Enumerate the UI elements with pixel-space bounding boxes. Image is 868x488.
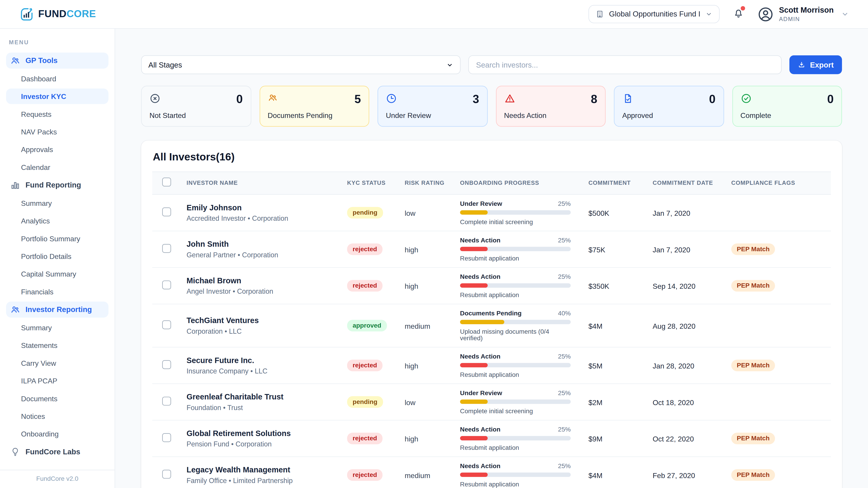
- commitment-amount: $9M: [588, 435, 602, 443]
- row-checkbox[interactable]: [162, 320, 171, 329]
- sidebar-item-analytics[interactable]: Analytics: [6, 213, 108, 229]
- progress-percent: 25%: [558, 426, 570, 433]
- sidebar-item-notices[interactable]: Notices: [6, 408, 108, 424]
- commitment-date: Aug 28, 2020: [653, 322, 695, 330]
- summary-card-top: 0: [149, 93, 243, 104]
- commitment-amount: $500K: [588, 209, 609, 217]
- search-input[interactable]: [468, 55, 782, 74]
- sidebar-item-dashboard[interactable]: Dashboard: [6, 71, 108, 86]
- commitment-cell: $5M: [583, 347, 647, 384]
- commitment-amount: $2M: [588, 398, 602, 406]
- sidebar-item-ilpa-pcap[interactable]: ILPA PCAP: [6, 373, 108, 389]
- progress-note: Resubmit application: [460, 292, 571, 298]
- summary-card-approved[interactable]: 0Approved: [614, 86, 724, 127]
- commitment-date: Feb 27, 2020: [653, 471, 695, 480]
- app-window: FUNDCORE Global Opportunities Fund I: [0, 0, 868, 488]
- progress-header: Needs Action25%: [460, 273, 571, 280]
- kyc-status-badge: approved: [347, 320, 387, 332]
- sidebar-item-summary[interactable]: Summary: [6, 195, 108, 211]
- fund-selector[interactable]: Global Opportunities Fund I: [589, 5, 720, 23]
- top-bar-actions: Global Opportunities Fund I: [589, 5, 849, 23]
- row-checkbox[interactable]: [162, 396, 171, 405]
- table-row-john-smith[interactable]: John SmithGeneral Partner • Corporationr…: [152, 231, 831, 267]
- table-row-techgiant-ventures[interactable]: TechGiant VenturesCorporation • LLCappro…: [152, 304, 831, 347]
- stage-filter-select[interactable]: All Stages: [141, 55, 460, 74]
- compliance-flags-cell: PEP Match: [726, 267, 831, 304]
- sidebar-item-portfolio-summary[interactable]: Portfolio Summary: [6, 231, 108, 246]
- table-row-emily-johnson[interactable]: Emily JohnsonAccredited Investor • Corpo…: [152, 195, 831, 231]
- sidebar-section-fundcore-labs[interactable]: FundCore Labs: [6, 444, 108, 460]
- summary-card-label: Documents Pending: [268, 111, 361, 120]
- row-checkbox[interactable]: [162, 244, 171, 253]
- sidebar-item-requests[interactable]: Requests: [6, 106, 108, 122]
- investor-type: Foundation • Trust: [186, 404, 336, 412]
- investor-name: Greenleaf Charitable Trust: [186, 392, 336, 401]
- sidebar-item-carry-view[interactable]: Carry View: [6, 355, 108, 371]
- sidebar-item-onboarding[interactable]: Onboarding: [6, 426, 108, 442]
- sidebar-section-fund-reporting[interactable]: Fund Reporting: [6, 177, 108, 193]
- sidebar-item-documents[interactable]: Documents: [6, 391, 108, 406]
- select-all-checkbox[interactable]: [162, 177, 171, 186]
- summary-card-label: Not Started: [149, 111, 243, 120]
- user-menu[interactable]: Scott Morrison ADMIN: [757, 6, 849, 23]
- risk-rating-cell: low: [399, 384, 455, 420]
- notifications-button[interactable]: [733, 7, 744, 21]
- commitment-cell: $500K: [583, 195, 647, 231]
- table-row-greenleaf-charitable-trust[interactable]: Greenleaf Charitable TrustFoundation • T…: [152, 384, 831, 420]
- investor-type: Corporation • LLC: [186, 328, 336, 335]
- sidebar-item-statements[interactable]: Statements: [6, 337, 108, 353]
- summary-card-documents-pending[interactable]: 5Documents Pending: [259, 86, 369, 127]
- main-content: All Stages Export 0Not Started5Documents…: [115, 29, 868, 488]
- sidebar-item-summary[interactable]: Summary: [6, 320, 108, 335]
- sidebar-section-gp-tools[interactable]: GP Tools: [6, 53, 108, 69]
- row-checkbox[interactable]: [162, 207, 171, 216]
- kyc-status-badge: pending: [347, 207, 383, 219]
- kyc-status-cell: rejected: [342, 347, 399, 384]
- table-row-secure-future-inc[interactable]: Secure Future Inc.Insurance Company • LL…: [152, 347, 831, 384]
- user-avatar-icon: [757, 6, 774, 22]
- kyc-status-badge: rejected: [347, 432, 383, 445]
- row-checkbox[interactable]: [162, 360, 171, 369]
- risk-rating: medium: [405, 471, 430, 480]
- row-checkbox[interactable]: [162, 433, 171, 442]
- risk-rating-cell: low: [399, 195, 455, 231]
- risk-rating-cell: high: [399, 347, 455, 384]
- compliance-flags-cell: PEP Match: [726, 347, 831, 384]
- summary-card-under-review[interactable]: 3Under Review: [377, 86, 487, 127]
- risk-rating: high: [405, 246, 418, 254]
- column-header-investor-name: INVESTOR NAME: [181, 172, 342, 194]
- top-bar: FUNDCORE Global Opportunities Fund I: [0, 0, 868, 29]
- progress-bar-fill: [460, 283, 488, 288]
- column-header-commitment-date: COMMITMENT DATE: [647, 172, 726, 194]
- progress-bar-track: [460, 283, 571, 288]
- sidebar-item-investor-kyc[interactable]: Investor KYC: [6, 89, 108, 104]
- table-row-michael-brown[interactable]: Michael BrownAngel Investor • Corporatio…: [152, 267, 831, 304]
- risk-rating-cell: medium: [399, 304, 455, 347]
- summary-card-not-started[interactable]: 0Not Started: [141, 86, 251, 127]
- sidebar-item-capital-summary[interactable]: Capital Summary: [6, 266, 108, 282]
- sidebar-section-investor-reporting[interactable]: Investor Reporting: [6, 302, 108, 318]
- sidebar-item-portfolio-details[interactable]: Portfolio Details: [6, 249, 108, 264]
- progress-bar-fill: [460, 399, 488, 404]
- sidebar-item-approvals[interactable]: Approvals: [6, 142, 108, 157]
- export-button[interactable]: Export: [789, 55, 842, 74]
- investor-name-cell: TechGiant VenturesCorporation • LLC: [181, 304, 342, 347]
- risk-rating: high: [405, 435, 418, 443]
- lightbulb-icon: [11, 447, 20, 457]
- row-checkbox[interactable]: [162, 280, 171, 289]
- table-row-global-retirement-solutions[interactable]: Global Retirement SolutionsPension Fund …: [152, 420, 831, 457]
- summary-card-complete[interactable]: 0Complete: [732, 86, 842, 127]
- sidebar-item-calendar[interactable]: Calendar: [6, 159, 108, 175]
- sidebar-item-nav-packs[interactable]: NAV Packs: [6, 124, 108, 140]
- sidebar-item-financials[interactable]: Financials: [6, 284, 108, 299]
- onboarding-progress-cell: Needs Action25%Resubmit application: [455, 267, 583, 304]
- progress: Under Review25%Complete initial screenin…: [460, 200, 577, 225]
- progress-stage: Needs Action: [460, 426, 500, 433]
- table-row-legacy-wealth-management[interactable]: Legacy Wealth ManagementFamily Office • …: [152, 457, 831, 488]
- row-checkbox-cell: [152, 195, 181, 231]
- kyc-status-cell: rejected: [342, 420, 399, 457]
- row-checkbox[interactable]: [162, 469, 171, 478]
- summary-card-needs-action[interactable]: 8Needs Action: [496, 86, 606, 127]
- user-name: Scott Morrison: [779, 6, 834, 15]
- summary-card-count: 3: [473, 93, 479, 104]
